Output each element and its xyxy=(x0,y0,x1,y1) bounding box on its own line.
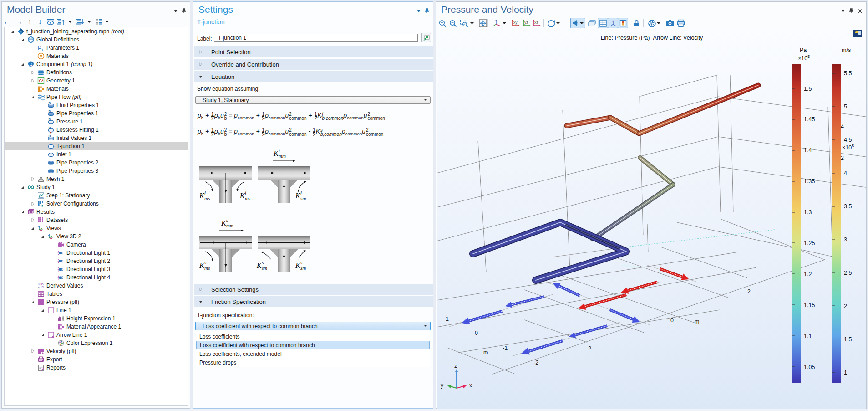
svg-text:s: s xyxy=(204,260,206,265)
svg-text:2.5: 2.5 xyxy=(844,270,852,276)
svg-text:4: 4 xyxy=(841,123,844,130)
svg-text:m: m xyxy=(483,349,488,356)
svg-text:s: s xyxy=(300,260,302,265)
svg-text:s: s xyxy=(226,217,228,223)
svg-text:5: 5 xyxy=(844,103,847,110)
svg-text:1.45: 1.45 xyxy=(804,116,815,123)
svg-text:2: 2 xyxy=(747,288,751,295)
svg-text:ms: ms xyxy=(204,265,210,271)
svg-text:2: 2 xyxy=(841,155,844,161)
svg-text:1.5: 1.5 xyxy=(844,336,852,343)
svg-text:4: 4 xyxy=(844,170,847,176)
svg-text:1.2: 1.2 xyxy=(804,271,812,277)
svg-text:×105: ×105 xyxy=(842,144,854,151)
svg-text:sm: sm xyxy=(300,195,306,201)
svg-text:×105: ×105 xyxy=(798,54,810,62)
svg-text:3: 3 xyxy=(844,236,847,243)
svg-text:1.35: 1.35 xyxy=(804,178,815,185)
svg-text:4.5: 4.5 xyxy=(844,137,852,143)
svg-text:1.15: 1.15 xyxy=(804,302,815,308)
svg-text:1.3: 1.3 xyxy=(804,209,812,216)
svg-text:mm: mm xyxy=(226,223,233,228)
svg-text:yz: yz xyxy=(524,20,528,25)
svg-text:sm: sm xyxy=(262,265,267,271)
svg-text:y: y xyxy=(441,382,443,389)
svg-text:ms: ms xyxy=(204,195,210,201)
svg-text:-1: -1 xyxy=(503,345,508,351)
svg-text:-2: -2 xyxy=(586,345,591,352)
svg-text:x: x xyxy=(469,382,472,389)
svg-text:m: m xyxy=(695,319,699,325)
svg-text:m/s: m/s xyxy=(842,47,851,53)
svg-text:z: z xyxy=(454,363,457,369)
svg-text:xy: xy xyxy=(513,20,518,25)
svg-text:1.5: 1.5 xyxy=(804,86,812,92)
svg-text:5.5: 5.5 xyxy=(844,70,852,77)
svg-text:ms: ms xyxy=(245,195,250,201)
svg-text:0: 0 xyxy=(475,330,478,336)
svg-text:Pa: Pa xyxy=(800,47,807,53)
svg-text:sm: sm xyxy=(300,265,306,271)
svg-text:1.1: 1.1 xyxy=(804,333,812,339)
svg-text:1.05: 1.05 xyxy=(804,364,815,370)
svg-text:1: 1 xyxy=(446,316,449,322)
svg-text:1.25: 1.25 xyxy=(804,240,815,247)
svg-text:2: 2 xyxy=(844,303,847,309)
svg-text:3.5: 3.5 xyxy=(844,203,852,210)
svg-text:mm: mm xyxy=(279,153,286,159)
svg-text:xz: xz xyxy=(534,20,538,25)
svg-text:1: 1 xyxy=(844,370,847,376)
svg-text:1.4: 1.4 xyxy=(804,147,812,154)
svg-text:s: s xyxy=(262,260,264,265)
svg-text:-2: -2 xyxy=(533,360,538,366)
svg-text:Line: Pressure (Pa) Arrow Lin: Line: Pressure (Pa) Arrow Line: Velocity xyxy=(601,35,703,41)
svg-text:0: 0 xyxy=(670,317,674,324)
